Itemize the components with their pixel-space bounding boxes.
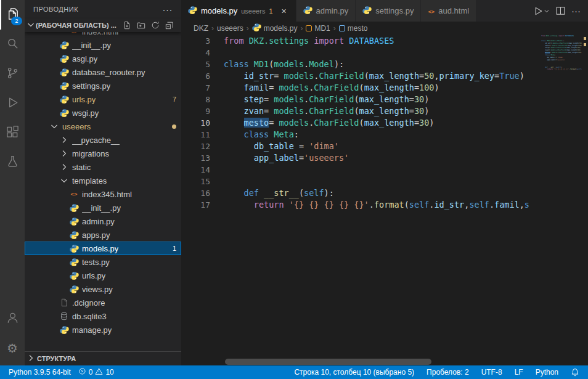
new-folder-icon[interactable] (137, 21, 145, 30)
activity-item-testing[interactable] (0, 148, 25, 177)
tree-item-wsgi-py[interactable]: wsgi.py (25, 106, 181, 120)
gutter-line-number[interactable]: 15 (181, 177, 210, 186)
breadcrumb-label: DKZ (194, 24, 208, 33)
activity-item-run-debug[interactable] (0, 89, 25, 118)
minimap[interactable]: from DKZ.settings import DATABASESclass … (541, 35, 582, 71)
tree-item--pycache-[interactable]: __pycache__ (25, 133, 181, 147)
code-text: return '{} {} {} {} {}'.format(self.id_s… (210, 199, 529, 211)
tree-item-models-py[interactable]: models.py1 (25, 242, 181, 255)
tree-item-views-py[interactable]: views.py (25, 282, 181, 296)
language-mode-status[interactable]: Python (532, 365, 562, 379)
code-line-3[interactable]: 3from DKZ.settings import DATABASES (181, 35, 541, 47)
tree-item-database-roouter-py[interactable]: database_roouter.py (25, 65, 181, 79)
gutter-line-number[interactable]: 8 (181, 95, 210, 104)
more-actions-icon[interactable]: ··· (163, 4, 173, 15)
chevron-right-icon (59, 149, 69, 158)
tree-item-apps-py[interactable]: apps.py (25, 228, 181, 242)
tree-item-templates[interactable]: templates (25, 174, 181, 187)
tree-item-tests-py[interactable]: tests.py (25, 255, 181, 269)
tree-item-migrations[interactable]: migrations (25, 147, 181, 160)
source-control-icon (6, 66, 20, 82)
gutter-line-number[interactable]: 5 (181, 60, 210, 69)
tree-item-index-html[interactable]: <>index.html (25, 32, 181, 38)
tree-item-urls-py[interactable]: urls.py7 (25, 92, 181, 106)
cursor-position-status[interactable]: Строка 10, столбец 10 (выбрано 5) (290, 365, 418, 379)
outline-section-header[interactable]: СТРУКТУРА (25, 351, 181, 365)
tree-item-settings-py[interactable]: settings.py (25, 79, 181, 92)
more-actions-icon[interactable]: ··· (571, 6, 581, 16)
gutter-line-number[interactable]: 17 (181, 200, 210, 210)
tree-item-admin-py[interactable]: admin.py (25, 214, 181, 228)
activity-item-explorer[interactable]: 2 (0, 0, 25, 30)
breadcrumb: DKZ›useeers›models.py›MD1›mesto (181, 22, 588, 35)
code-line-10[interactable]: 10 mesto= models.CharField(max_length=30… (181, 117, 541, 129)
code-line-15[interactable]: 15 (181, 176, 541, 187)
breadcrumb-item-useeers[interactable]: useeers (217, 24, 243, 33)
horizontal-scrollbar[interactable] (225, 359, 431, 365)
tree-item-index345-html[interactable]: <>index345.html (25, 187, 181, 201)
tree-item-urls-py[interactable]: urls.py (25, 269, 181, 282)
code-line-13[interactable]: 13 app_label='useeers' (181, 152, 541, 164)
gutter-line-number[interactable]: 14 (181, 165, 210, 174)
gutter-line-number[interactable]: 6 (181, 71, 210, 81)
code-line-5[interactable]: 5class MD1(models.Model): (181, 59, 541, 70)
close-icon[interactable]: × (279, 6, 289, 16)
tree-item-manage-py[interactable]: manage.py (25, 323, 181, 336)
activity-item-source-control[interactable] (0, 59, 25, 89)
tree-item-label: models.py (82, 244, 118, 253)
breadcrumb-item-md1[interactable]: MD1 (306, 24, 330, 33)
tab-admin-py[interactable]: admin.py (296, 0, 356, 22)
indentation-status[interactable]: Пробелов: 2 (423, 365, 473, 379)
gutter-line-number[interactable]: 16 (181, 189, 210, 198)
tab-models-py[interactable]: models.pyuseeers1× (181, 0, 296, 22)
new-file-icon[interactable] (123, 21, 131, 30)
tree-item-db-sqlite3[interactable]: db.sqlite3 (25, 309, 181, 323)
run-button[interactable] (533, 6, 550, 17)
breadcrumb-item-models-py[interactable]: models.py (252, 23, 298, 34)
activity-item-search[interactable] (0, 30, 25, 59)
code-line-7[interactable]: 7 famil= models.CharField(max_length=100… (181, 82, 541, 94)
activity-item-extensions[interactable] (0, 118, 25, 148)
breadcrumb-item-mesto[interactable]: mesto (339, 24, 368, 33)
problems-status[interactable]: 010 (75, 365, 118, 379)
tab-aud-html[interactable]: <>aud.html (421, 0, 476, 22)
split-editor-button[interactable] (555, 6, 566, 16)
tree-item-asgi-py[interactable]: asgi.py (25, 52, 181, 65)
code-line-4[interactable]: 4 (181, 47, 541, 59)
encoding-status[interactable]: UTF-8 (478, 365, 506, 379)
code-editor[interactable]: 3from DKZ.settings import DATABASES45cla… (181, 35, 541, 358)
gutter-line-number[interactable]: 13 (181, 153, 210, 163)
tree-item-useeers[interactable]: useeers (25, 120, 181, 133)
tree-item--init-py[interactable]: __init__.py (25, 38, 181, 52)
code-line-12[interactable]: 12 db_table = 'dima' (181, 141, 541, 152)
gutter-line-number[interactable]: 12 (181, 142, 210, 151)
code-line-17[interactable]: 17 return '{} {} {} {} {}'.format(self.i… (181, 199, 541, 211)
tree-item-static[interactable]: static (25, 160, 181, 174)
tree-item--dcignore[interactable]: .dcignore (25, 296, 181, 309)
tab-settings-py[interactable]: settings.py (356, 0, 421, 22)
code-line-9[interactable]: 9 zvan= models.CharField(max_length=30) (181, 105, 541, 117)
overview-ruler-warning-mark (584, 43, 586, 46)
workspace-section-header[interactable]: (РАБОЧАЯ ОБЛАСТЬ) ... (25, 18, 181, 32)
breadcrumb-item-dkz[interactable]: DKZ (194, 24, 208, 33)
gutter-line-number[interactable]: 10 (181, 118, 210, 128)
gutter-line-number[interactable]: 11 (181, 130, 210, 139)
notifications-bell-icon[interactable] (567, 365, 583, 379)
eol-status[interactable]: LF (511, 365, 527, 379)
collapse-all-icon[interactable] (165, 21, 174, 30)
refresh-icon[interactable] (151, 21, 160, 30)
editor-area: models.pyuseeers1×admin.pysettings.py<>a… (181, 0, 588, 365)
code-line-14[interactable]: 14 (181, 164, 541, 176)
code-line-16[interactable]: 16 def __str__(self): (181, 187, 541, 199)
code-line-6[interactable]: 6 id_str= models.CharField(max_length=50… (181, 70, 541, 82)
gutter-line-number[interactable]: 9 (181, 107, 210, 116)
tree-item--init-py[interactable]: __init__.py (25, 201, 181, 214)
gutter-line-number[interactable]: 3 (181, 36, 210, 46)
activity-item-account[interactable] (0, 304, 25, 333)
gutter-line-number[interactable]: 7 (181, 83, 210, 92)
python-interpreter-status[interactable]: Python 3.9.5 64-bit (5, 365, 75, 379)
code-line-8[interactable]: 8 step= models.CharField(max_length=30) (181, 94, 541, 105)
activity-item-settings[interactable]: ⚙ (0, 333, 25, 363)
gutter-line-number[interactable]: 4 (181, 48, 210, 57)
code-line-11[interactable]: 11 class Meta: (181, 129, 541, 141)
